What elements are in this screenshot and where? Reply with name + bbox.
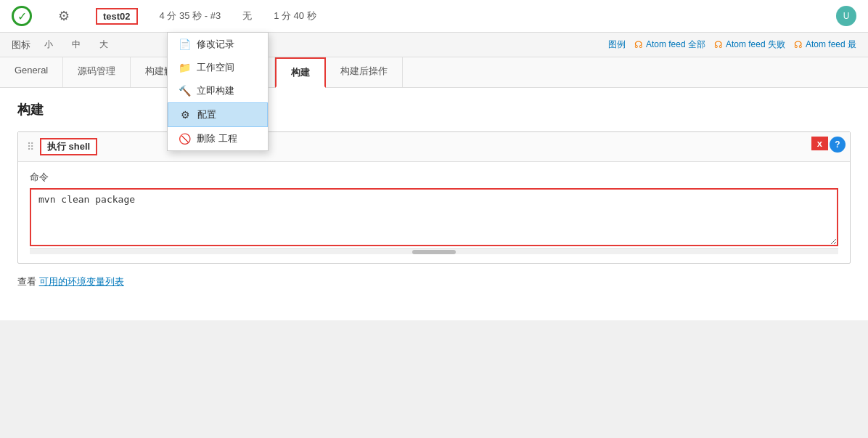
job-none-label: 无	[242, 9, 252, 23]
drag-handle-icon[interactable]: ⠿	[27, 141, 34, 153]
icon-size-small[interactable]: 小	[39, 37, 58, 52]
env-link-row: 查看 可用的环境变量列表	[17, 275, 851, 288]
scrollbar-thumb	[412, 250, 456, 254]
env-prefix: 查看	[17, 276, 39, 287]
tab-source[interactable]: 源码管理	[63, 57, 131, 87]
menu-item-changelog[interactable]: 📄 修改记录	[168, 33, 268, 56]
step-help-button[interactable]: ?	[830, 137, 846, 153]
feed-all-label: Atom feed 全部	[646, 38, 705, 51]
feed-fail-icon: ☊	[714, 39, 723, 50]
build-step-body: 命令	[18, 162, 850, 263]
menu-item-configure[interactable]: ⚙ 配置	[168, 102, 268, 127]
env-variable-link[interactable]: 可用的环境变量列表	[39, 276, 124, 287]
menu-item-delete-label: 删除 工程	[197, 132, 237, 145]
legend-link[interactable]: 图例	[608, 38, 626, 51]
section-title: 构建	[17, 101, 851, 118]
build-step-header: ⠿ 执行 shell x ?	[18, 132, 850, 162]
workspace-icon: 📁	[178, 61, 191, 74]
icon-size-large[interactable]: 大	[94, 37, 113, 52]
gear-icon: ⚙	[58, 8, 70, 24]
feed-latest-link[interactable]: ☊ Atom feed 最	[794, 38, 856, 51]
menu-item-workspace-label: 工作空间	[197, 61, 234, 74]
feed-latest-icon: ☊	[794, 39, 803, 50]
menu-item-build-now-label: 立即构建	[197, 84, 234, 97]
main-content: 构建 ⠿ 执行 shell x ? 命令 查看 可用的环境变量列表	[0, 88, 868, 320]
feed-fail-label: Atom feed 失败	[726, 38, 785, 51]
icon-size-medium[interactable]: 中	[67, 37, 86, 52]
command-input[interactable]	[30, 188, 838, 246]
tab-bar: General 源码管理 构建触发器 构建环境 构建 构建后操作	[0, 57, 868, 88]
menu-item-changelog-label: 修改记录	[197, 38, 234, 51]
job-build-time: 4 分 35 秒 - #3	[160, 9, 221, 23]
tab-build[interactable]: 构建	[275, 57, 326, 88]
menu-item-build-now[interactable]: 🔨 立即构建	[168, 79, 268, 102]
feed-all-icon: ☊	[634, 39, 643, 50]
check-icon: ✓	[17, 9, 27, 23]
changelog-icon: 📄	[178, 38, 191, 51]
build-now-icon: 🔨	[178, 84, 191, 97]
configure-icon: ⚙	[179, 108, 192, 121]
step-close-button[interactable]: x	[811, 137, 828, 150]
avatar: U	[836, 6, 856, 26]
scrollbar-hint	[30, 248, 838, 254]
tab-post[interactable]: 构建后操作	[326, 57, 403, 87]
step-title-badge: 执行 shell	[40, 138, 97, 155]
tab-general[interactable]: General	[0, 57, 63, 87]
job-status-icon: ✓	[12, 6, 32, 26]
feed-latest-label: Atom feed 最	[806, 38, 856, 51]
delete-icon: 🚫	[178, 132, 191, 145]
toolbar-row: 图标 小 中 大 图例 ☊ Atom feed 全部 ☊ Atom feed 失…	[0, 33, 868, 57]
feed-fail-link[interactable]: ☊ Atom feed 失败	[714, 38, 785, 51]
feed-all-link[interactable]: ☊ Atom feed 全部	[634, 38, 705, 51]
menu-item-delete[interactable]: 🚫 删除 工程	[168, 127, 268, 150]
job-duration: 1 分 40 秒	[274, 9, 316, 23]
menu-item-configure-label: 配置	[197, 108, 216, 121]
context-menu: 📄 修改记录 📁 工作空间 🔨 立即构建 ⚙ 配置 🚫 删除 工程	[167, 32, 269, 151]
build-step-card: ⠿ 执行 shell x ? 命令	[17, 131, 851, 264]
icon-label: 图标	[12, 38, 30, 52]
menu-item-workspace[interactable]: 📁 工作空间	[168, 56, 268, 79]
job-config-icon: ⚙	[54, 6, 74, 26]
command-field-label: 命令	[30, 171, 838, 184]
job-row: ✓ ⚙ test02 4 分 35 秒 - #3 无 1 分 40 秒 U 📄 …	[0, 0, 868, 33]
job-name-badge[interactable]: test02	[96, 8, 138, 25]
